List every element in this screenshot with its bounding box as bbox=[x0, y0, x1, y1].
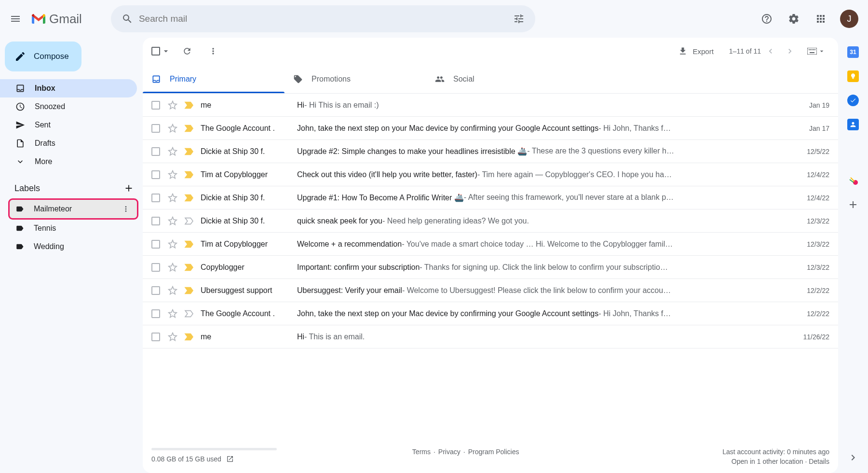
prev-page-button[interactable] bbox=[761, 42, 780, 61]
side-meteor-icon[interactable] bbox=[846, 173, 860, 187]
label-item-tennis[interactable]: Tennis bbox=[0, 219, 137, 237]
important-marker[interactable] bbox=[184, 310, 194, 318]
select-email-checkbox[interactable] bbox=[151, 240, 160, 249]
select-email-checkbox[interactable] bbox=[151, 124, 160, 133]
input-tools-button[interactable] bbox=[807, 47, 826, 55]
email-row[interactable]: me Hi - This is an email. 11/26/22 bbox=[143, 325, 838, 348]
search-options-button[interactable] bbox=[507, 7, 530, 30]
sidebar-nav-inbox[interactable]: Inbox bbox=[0, 79, 137, 97]
important-marker[interactable] bbox=[184, 194, 194, 202]
support-button[interactable] bbox=[755, 7, 778, 30]
important-marker[interactable] bbox=[184, 333, 194, 341]
star-button[interactable] bbox=[168, 263, 177, 272]
apps-button[interactable] bbox=[809, 7, 832, 30]
email-subject-area: John, take the next step on your Mac dev… bbox=[297, 124, 801, 133]
details-link[interactable]: Details bbox=[809, 458, 829, 465]
search-button[interactable] bbox=[116, 7, 139, 30]
star-button[interactable] bbox=[168, 239, 177, 249]
email-row[interactable]: Ubersuggest support Ubersuggest: Verify … bbox=[143, 279, 838, 302]
compose-button[interactable]: Compose bbox=[5, 42, 81, 71]
main-panel: Export 1–11 of 11 PrimaryPromotionsSocia… bbox=[143, 38, 838, 473]
important-marker[interactable] bbox=[184, 287, 194, 294]
side-app-contacts[interactable] bbox=[847, 119, 859, 130]
side-app-calendar[interactable]: 31 bbox=[847, 46, 859, 58]
star-button[interactable] bbox=[168, 286, 177, 295]
label-item-mailmeteor[interactable]: Mailmeteor bbox=[10, 200, 137, 218]
email-sender: Dickie at Ship 30 f. bbox=[201, 147, 297, 156]
star-button[interactable] bbox=[168, 147, 177, 156]
open-in-new-icon[interactable] bbox=[226, 455, 234, 463]
tab-primary[interactable]: Primary bbox=[143, 65, 285, 93]
svg-rect-0 bbox=[807, 48, 817, 55]
select-email-checkbox[interactable] bbox=[151, 217, 160, 225]
star-button[interactable] bbox=[168, 170, 177, 180]
important-marker[interactable] bbox=[184, 101, 194, 109]
collapse-side-panel-button[interactable] bbox=[847, 452, 859, 463]
label-item-wedding[interactable]: Wedding bbox=[0, 237, 137, 256]
select-email-checkbox[interactable] bbox=[151, 170, 160, 179]
important-marker[interactable] bbox=[184, 240, 194, 248]
email-row[interactable]: Dickie at Ship 30 f. Upgrade #2: Simple … bbox=[143, 140, 838, 163]
email-row[interactable]: Copyblogger Important: confirm your subs… bbox=[143, 256, 838, 279]
label-text: Tennis bbox=[34, 224, 56, 233]
next-page-button[interactable] bbox=[780, 42, 800, 61]
star-button[interactable] bbox=[168, 216, 177, 226]
star-button[interactable] bbox=[168, 332, 177, 342]
email-row[interactable]: Dickie at Ship 30 f. quick sneak peek fo… bbox=[143, 209, 838, 233]
settings-button[interactable] bbox=[782, 7, 805, 30]
add-label-button[interactable] bbox=[123, 183, 134, 194]
email-row[interactable]: The Google Account . John, take the next… bbox=[143, 302, 838, 325]
menu-icon bbox=[10, 13, 21, 25]
email-subject-area: Hi - This is an email. bbox=[297, 333, 796, 341]
star-button[interactable] bbox=[168, 309, 177, 319]
tab-promotions[interactable]: Promotions bbox=[285, 65, 426, 93]
account-avatar[interactable]: J bbox=[840, 10, 858, 28]
select-email-checkbox[interactable] bbox=[151, 194, 160, 202]
label-more-button[interactable] bbox=[122, 205, 130, 213]
side-app-tasks[interactable] bbox=[847, 95, 859, 106]
nav-label: Drafts bbox=[35, 139, 55, 148]
important-marker[interactable] bbox=[184, 217, 194, 225]
search-input[interactable] bbox=[139, 14, 507, 24]
sidebar-nav-sent[interactable]: Sent bbox=[0, 116, 137, 134]
sidebar-nav-drafts[interactable]: Drafts bbox=[0, 134, 137, 153]
sidebar-nav-more[interactable]: More bbox=[0, 153, 137, 171]
email-row[interactable]: me Hi - Hi This is an email :) Jan 19 bbox=[143, 94, 838, 117]
star-button[interactable] bbox=[168, 124, 177, 133]
more-actions-button[interactable] bbox=[203, 42, 223, 61]
select-email-checkbox[interactable] bbox=[151, 147, 160, 156]
policies-link[interactable]: Program Policies bbox=[468, 448, 519, 456]
main-menu-button[interactable] bbox=[4, 7, 27, 30]
select-email-checkbox[interactable] bbox=[151, 263, 160, 272]
refresh-icon bbox=[182, 46, 192, 56]
terms-link[interactable]: Terms bbox=[412, 448, 431, 456]
label-icon bbox=[15, 242, 24, 251]
privacy-link[interactable]: Privacy bbox=[438, 448, 461, 456]
storage-bar bbox=[151, 448, 277, 450]
select-all-checkbox[interactable] bbox=[151, 46, 171, 56]
email-row[interactable]: Tim at Copyblogger Welcome + a recommend… bbox=[143, 233, 838, 256]
email-sender: me bbox=[201, 333, 297, 341]
refresh-button[interactable] bbox=[177, 42, 197, 61]
label-text: Mailmeteor bbox=[34, 205, 72, 213]
important-marker[interactable] bbox=[184, 148, 194, 155]
email-row[interactable]: Tim at Copyblogger Check out this video … bbox=[143, 163, 838, 186]
sidebar-nav-snoozed[interactable]: Snoozed bbox=[0, 97, 137, 116]
important-marker[interactable] bbox=[184, 125, 194, 132]
tab-social[interactable]: Social bbox=[426, 65, 568, 93]
email-row[interactable]: Dickie at Ship 30 f. Upgrade #1: How To … bbox=[143, 186, 838, 209]
star-button[interactable] bbox=[168, 100, 177, 110]
export-button[interactable]: Export bbox=[678, 46, 713, 56]
gmail-logo[interactable]: Gmail bbox=[31, 12, 82, 27]
add-addon-button[interactable] bbox=[847, 199, 859, 210]
select-email-checkbox[interactable] bbox=[151, 101, 160, 110]
important-marker[interactable] bbox=[184, 171, 194, 179]
select-email-checkbox[interactable] bbox=[151, 286, 160, 295]
select-email-checkbox[interactable] bbox=[151, 309, 160, 318]
star-button[interactable] bbox=[168, 193, 177, 203]
email-row[interactable]: The Google Account . John, take the next… bbox=[143, 117, 838, 140]
checkbox-icon bbox=[151, 47, 160, 56]
select-email-checkbox[interactable] bbox=[151, 333, 160, 341]
important-marker[interactable] bbox=[184, 264, 194, 271]
side-app-keep[interactable] bbox=[847, 70, 859, 82]
